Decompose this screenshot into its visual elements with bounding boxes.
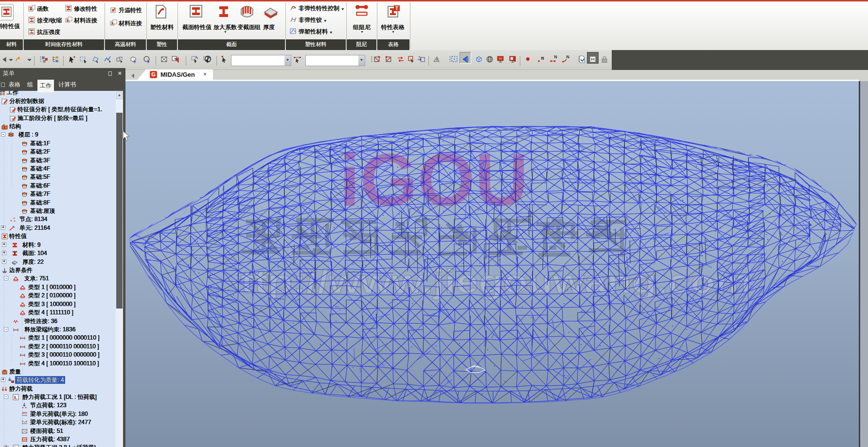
svg-text:L: L <box>15 395 18 400</box>
svg-text:M: M <box>11 379 14 383</box>
svg-text:N: N <box>567 55 569 59</box>
svg-text:N: N <box>554 55 557 59</box>
svg-text:N: N <box>541 56 544 61</box>
svg-text:T: T <box>395 6 398 11</box>
